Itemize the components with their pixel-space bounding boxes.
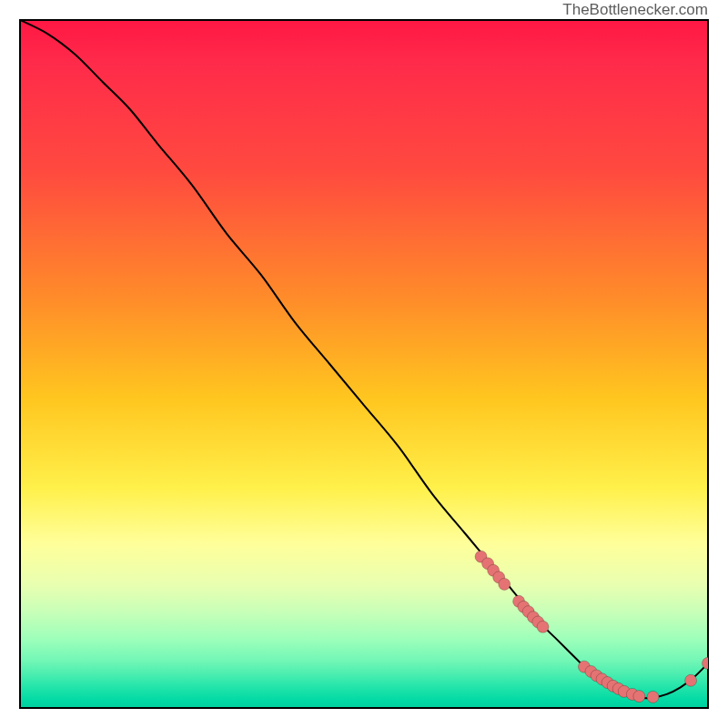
chart-overlay — [20, 20, 708, 708]
curve-marker — [647, 691, 659, 703]
chart-plot-area — [20, 20, 708, 708]
chart-container: TheBottlenecker.com — [0, 0, 728, 728]
curve-markers — [475, 551, 708, 703]
bottleneck-curve — [20, 20, 708, 698]
curve-marker — [499, 578, 511, 590]
attribution-label: TheBottlenecker.com — [562, 0, 708, 20]
curve-marker — [685, 674, 697, 686]
curve-marker — [537, 621, 549, 632]
curve-marker — [633, 691, 645, 703]
